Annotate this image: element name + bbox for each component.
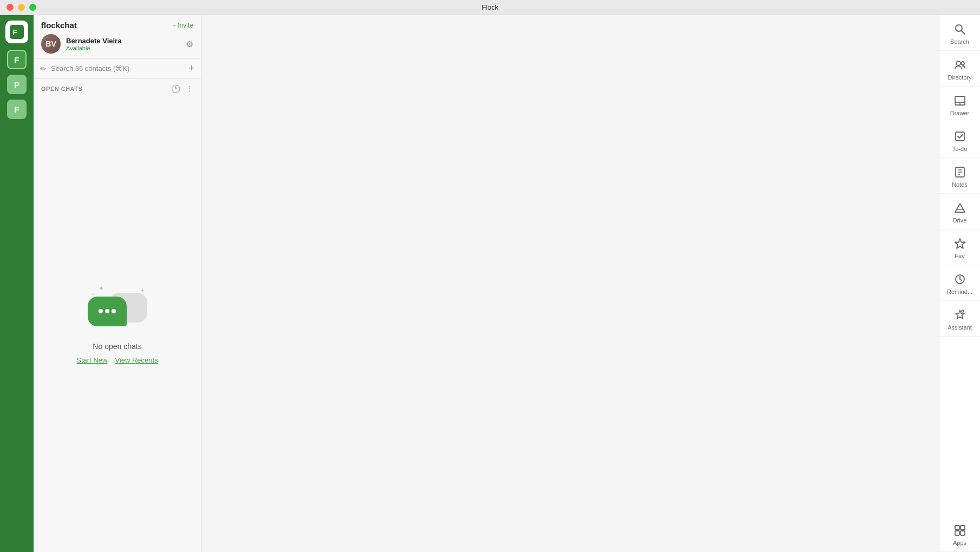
sidebar-header: flockchat + Invite BV Bernadete Vieira A… — [34, 15, 201, 58]
minimize-button[interactable] — [18, 4, 25, 11]
chat-dot-3 — [112, 309, 116, 313]
search-icon — [954, 23, 966, 36]
invite-button[interactable]: + Invite — [172, 22, 193, 29]
right-rail: Search Directory Drawer To-do Notes — [939, 15, 980, 552]
rail-item-notes[interactable]: Notes — [939, 158, 980, 194]
chat-dot-2 — [105, 309, 109, 313]
notes-icon — [954, 166, 966, 179]
assistant-icon — [954, 308, 966, 321]
rail-label-assistant: Assistant — [948, 324, 972, 331]
rail-label-fav: Fav — [955, 253, 964, 259]
rail-item-assistant[interactable]: Assistant — [939, 301, 980, 337]
user-status: Available — [66, 45, 180, 51]
user-name: Bernadete Vieira — [66, 37, 180, 45]
rail-label-reminders: Remind... — [947, 288, 972, 295]
team-icon-p[interactable]: P — [7, 75, 27, 94]
user-row: BV Bernadete Vieira Available ⚙ — [41, 34, 193, 54]
titlebar: Flock — [0, 0, 980, 15]
rail-item-search[interactable]: Search — [939, 15, 980, 51]
team-name-label: flockchat — [41, 21, 77, 30]
empty-chats-title: No open chats — [93, 342, 141, 351]
sidebar-teamname: flockchat + Invite — [41, 21, 193, 30]
close-button[interactable] — [6, 4, 14, 11]
rail-item-directory[interactable]: Directory — [939, 51, 980, 87]
avatar: BV — [41, 34, 61, 54]
workspace-rail: F F P F — [0, 15, 34, 552]
add-contact-button[interactable]: + — [188, 63, 194, 74]
avatar-initials: BV — [41, 34, 61, 54]
rail-item-todo[interactable]: To-do — [939, 122, 980, 158]
view-recents-button[interactable]: View Recents — [115, 356, 158, 364]
reminders-icon — [954, 273, 966, 286]
more-icon[interactable]: ⋮ — [186, 84, 193, 93]
chat-bubble-front — [88, 297, 127, 326]
team-icon-f[interactable]: F — [7, 50, 27, 69]
titlebar-title: Flock — [481, 3, 498, 11]
rail-item-drawer[interactable]: Drawer — [939, 87, 980, 122]
rail-label-apps: Apps — [953, 540, 966, 546]
settings-icon[interactable]: ⚙ — [186, 39, 193, 49]
drawer-icon — [954, 94, 966, 107]
sparkle-icon-3: + — [92, 292, 95, 297]
compose-icon: ✏ — [40, 64, 47, 73]
svg-point-5 — [961, 62, 964, 65]
svg-rect-21 — [961, 531, 965, 535]
history-icon[interactable]: 🕐 — [171, 84, 180, 93]
maximize-button[interactable] — [29, 4, 36, 11]
chat-dot-1 — [99, 309, 103, 313]
search-contacts-input[interactable]: Search 36 contacts (⌘K) — [51, 64, 184, 73]
rail-label-notes: Notes — [952, 181, 968, 188]
window-controls — [6, 4, 36, 11]
search-bar[interactable]: ✏ Search 36 contacts (⌘K) + — [34, 58, 201, 79]
svg-point-2 — [956, 25, 962, 31]
todo-icon — [954, 130, 966, 143]
open-chats-label: OPEN CHATS — [41, 86, 82, 92]
rail-label-drive: Drive — [953, 217, 967, 224]
drive-icon — [954, 201, 966, 214]
empty-state: ✦ ✦ + No open chats Start New View Recen… — [34, 96, 201, 552]
open-chats-header: OPEN CHATS 🕐 ⋮ — [34, 79, 201, 96]
svg-point-17 — [962, 310, 964, 312]
main-layout: F F P F flockchat + Invite BV Bernadete … — [0, 15, 980, 552]
svg-rect-9 — [956, 132, 964, 141]
svg-rect-19 — [961, 525, 965, 530]
rail-item-fav[interactable]: Fav — [939, 229, 980, 265]
main-workspace-icon[interactable]: F — [5, 21, 28, 43]
rail-item-reminders[interactable]: Remind... — [939, 265, 980, 301]
svg-rect-18 — [955, 525, 959, 530]
apps-icon — [954, 524, 966, 537]
rail-item-drive[interactable]: Drive — [939, 194, 980, 229]
user-info: Bernadete Vieira Available — [66, 37, 180, 51]
svg-line-3 — [962, 31, 965, 34]
empty-state-links: Start New View Recents — [76, 356, 158, 364]
sparkle-icon-1: ✦ — [99, 285, 104, 292]
open-chats-actions: 🕐 ⋮ — [171, 84, 193, 93]
start-new-button[interactable]: Start New — [76, 356, 107, 364]
rail-label-todo: To-do — [952, 146, 968, 152]
svg-rect-20 — [955, 531, 959, 535]
rail-label-drawer: Drawer — [950, 110, 969, 116]
empty-illustration: ✦ ✦ + — [88, 285, 147, 333]
svg-marker-15 — [955, 239, 965, 248]
sidebar: flockchat + Invite BV Bernadete Vieira A… — [34, 15, 201, 552]
sparkle-icon-2: ✦ — [140, 287, 145, 293]
svg-text:F: F — [12, 28, 17, 37]
rail-label-directory: Directory — [948, 74, 971, 81]
rail-item-apps[interactable]: Apps — [939, 516, 980, 552]
rail-label-search: Search — [950, 38, 969, 45]
team-icon-f2[interactable]: F — [7, 100, 27, 119]
svg-point-4 — [956, 61, 961, 65]
main-content — [201, 15, 939, 552]
svg-point-8 — [959, 103, 960, 104]
fav-icon — [954, 237, 966, 250]
directory-icon — [954, 58, 966, 71]
